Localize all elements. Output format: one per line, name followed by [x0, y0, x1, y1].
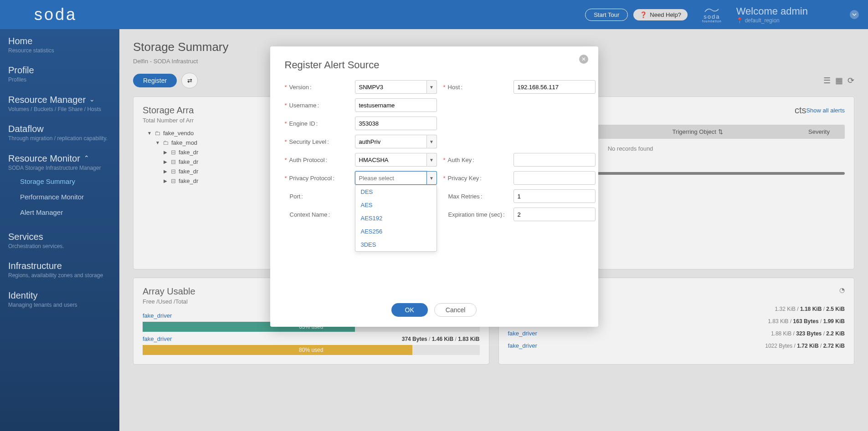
label-expiration: Expiration time (sec) :: [443, 211, 507, 218]
dropdown-option[interactable]: DES: [355, 185, 437, 198]
label-seclevel: *Security Level :: [285, 138, 349, 145]
close-icon[interactable]: ✕: [579, 55, 588, 64]
dropdown-option[interactable]: AES: [355, 198, 437, 212]
label-host: *Host :: [443, 84, 507, 91]
max-retries-input[interactable]: [514, 189, 596, 203]
auth-protocol-input[interactable]: [355, 153, 427, 167]
modal-title: Register Alert Source: [285, 59, 584, 71]
ok-button[interactable]: OK: [391, 303, 428, 317]
dropdown-option[interactable]: 3DES: [355, 238, 437, 251]
engine-id-input[interactable]: [355, 117, 437, 130]
label-username: *Username :: [285, 102, 349, 109]
privacy-key-input[interactable]: [514, 171, 596, 185]
security-level-select[interactable]: ▼: [355, 135, 437, 148]
username-input[interactable]: [355, 98, 437, 112]
dropdown-option[interactable]: AES256: [355, 225, 437, 238]
register-alert-source-modal: ✕ Register Alert Source *Version : ▼ *Ho…: [270, 46, 598, 327]
label-maxretries: Max Retries :: [443, 193, 507, 200]
dropdown-caret-icon: ▼: [427, 171, 437, 185]
modal-backdrop: ✕ Register Alert Source *Version : ▼ *Ho…: [0, 0, 868, 431]
label-port: Port :: [285, 193, 349, 200]
label-authkey: *Auth Key :: [443, 157, 507, 163]
label-authproto: *Auth Protocol :: [285, 157, 349, 163]
auth-protocol-select[interactable]: ▼: [355, 153, 437, 167]
version-select[interactable]: ▼: [355, 80, 437, 94]
version-input[interactable]: [355, 80, 427, 94]
auth-key-input[interactable]: [514, 153, 596, 167]
dropdown-caret-icon: ▼: [427, 153, 437, 167]
label-privkey: *Privacy Key :: [443, 175, 507, 182]
security-level-input[interactable]: [355, 135, 427, 148]
label-context: Context Name :: [285, 211, 349, 218]
label-engine: *Engine ID :: [285, 120, 349, 127]
dropdown-caret-icon: ▼: [427, 80, 437, 94]
cancel-button[interactable]: Cancel: [434, 303, 477, 317]
expiration-input[interactable]: [514, 208, 596, 221]
dropdown-option[interactable]: AES192: [355, 212, 437, 225]
dropdown-caret-icon: ▼: [427, 135, 437, 148]
label-privproto: *Privacy Protocol :: [285, 175, 349, 182]
privacy-protocol-input[interactable]: [355, 171, 427, 185]
label-version: *Version :: [285, 84, 349, 91]
host-input[interactable]: [514, 80, 596, 94]
privacy-protocol-select[interactable]: ▼: [355, 171, 437, 185]
privacy-protocol-dropdown: DESAESAES192AES2563DES: [355, 185, 437, 252]
